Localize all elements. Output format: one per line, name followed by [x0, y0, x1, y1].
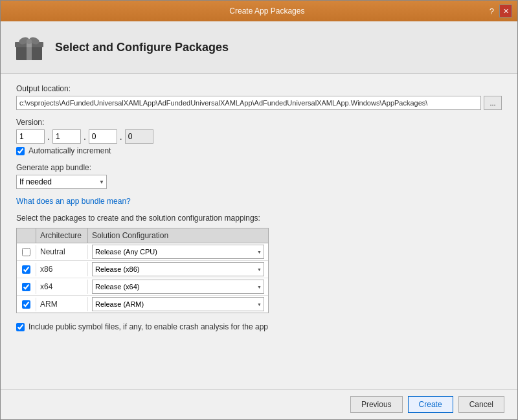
path-row: ...	[16, 96, 502, 110]
checkbox-arm[interactable]	[22, 300, 30, 309]
version-field-4[interactable]	[125, 129, 153, 144]
title-bar-controls: ? ✕	[490, 5, 512, 17]
version-label: Version:	[16, 118, 502, 127]
config-select-wrapper-arm: Release (ARM) Debug (ARM)	[92, 297, 264, 311]
header-title: Select and Configure Packages	[55, 41, 229, 54]
version-field-3[interactable]	[89, 129, 117, 144]
th-solution-config: Solution Configuration	[88, 228, 268, 243]
td-config-neutral: Release (Any CPU) Debug (Any CPU)	[88, 243, 268, 260]
footer: Previous Create Cancel	[1, 389, 517, 419]
config-select-wrapper-x64: Release (x64) Debug (x64)	[92, 280, 264, 294]
symbol-files-checkbox[interactable]	[16, 323, 25, 331]
auto-increment-label: Automatically increment	[28, 146, 111, 155]
version-group: Version: . . . Automatically increment	[16, 118, 502, 155]
header-section: Select and Configure Packages	[1, 21, 517, 74]
content-area: Output location: ... Version: . . . Auto…	[1, 74, 517, 389]
title-bar: Create App Packages ? ✕	[1, 1, 517, 21]
config-select-arm[interactable]: Release (ARM) Debug (ARM)	[92, 297, 264, 311]
generate-bundle-select-wrapper: If needed Always Never	[16, 175, 107, 189]
help-button[interactable]: ?	[490, 5, 494, 17]
dialog-title: Create App Packages	[45, 6, 490, 16]
bundle-link-group: What does an app bundle mean?	[16, 197, 502, 206]
td-arch-x86: x86	[36, 262, 88, 276]
browse-button[interactable]: ...	[484, 96, 502, 110]
config-select-x64[interactable]: Release (x64) Debug (x64)	[92, 280, 264, 294]
table-row: x86 Release (x86) Debug (x86)	[17, 261, 268, 278]
td-arch-x64: x64	[36, 280, 88, 294]
symbol-files-label: Include public symbol files, if any, to …	[28, 322, 268, 331]
td-check-neutral	[17, 245, 36, 259]
packages-table: Architecture Solution Configuration Neut…	[16, 228, 269, 313]
config-select-wrapper-x86: Release (x86) Debug (x86)	[92, 262, 264, 276]
td-arch-neutral: Neutral	[36, 245, 88, 259]
output-location-input[interactable]	[16, 96, 481, 110]
td-check-x86	[17, 263, 36, 276]
previous-button[interactable]: Previous	[350, 396, 403, 413]
config-select-wrapper-neutral: Release (Any CPU) Debug (Any CPU)	[92, 245, 264, 259]
dialog: Create App Packages ? ✕	[0, 0, 518, 420]
output-location-label: Output location:	[16, 84, 502, 93]
td-config-x86: Release (x86) Debug (x86)	[88, 261, 268, 278]
auto-increment-checkbox[interactable]	[16, 147, 25, 155]
version-row: . . .	[16, 129, 502, 144]
table-row: Neutral Release (Any CPU) Debug (Any CPU…	[17, 243, 268, 261]
table-row: x64 Release (x64) Debug (x64)	[17, 278, 268, 296]
version-field-2[interactable]	[52, 129, 81, 144]
generate-bundle-select[interactable]: If needed Always Never	[16, 175, 107, 189]
symbol-files-row: Include public symbol files, if any, to …	[16, 322, 502, 331]
table-header: Architecture Solution Configuration	[17, 228, 268, 243]
th-architecture: Architecture	[36, 228, 88, 243]
gift-icon	[14, 32, 45, 63]
packages-group: Select the packages to create and the so…	[16, 214, 502, 313]
checkbox-x86[interactable]	[22, 265, 30, 274]
version-dot-2: .	[84, 131, 86, 142]
config-select-x86[interactable]: Release (x86) Debug (x86)	[92, 262, 264, 276]
table-row: ARM Release (ARM) Debug (ARM)	[17, 296, 268, 313]
td-config-arm: Release (ARM) Debug (ARM)	[88, 296, 268, 313]
auto-increment-row: Automatically increment	[16, 146, 502, 155]
td-check-x64	[17, 280, 36, 294]
svg-point-7	[27, 39, 32, 44]
checkbox-neutral[interactable]	[22, 248, 30, 256]
version-dot-3: .	[120, 131, 122, 142]
generate-bundle-group: Generate app bundle: If needed Always Ne…	[16, 163, 502, 189]
td-arch-arm: ARM	[36, 297, 88, 311]
version-field-1[interactable]	[16, 129, 45, 144]
cancel-button[interactable]: Cancel	[458, 396, 504, 413]
output-location-group: Output location: ...	[16, 84, 502, 110]
generate-bundle-label: Generate app bundle:	[16, 163, 502, 172]
close-button[interactable]: ✕	[499, 5, 512, 17]
version-dot-1: .	[47, 131, 50, 142]
bundle-help-link[interactable]: What does an app bundle mean?	[16, 197, 131, 206]
th-check	[17, 228, 36, 243]
td-check-arm	[17, 298, 36, 311]
config-select-neutral[interactable]: Release (Any CPU) Debug (Any CPU)	[92, 245, 264, 259]
packages-label: Select the packages to create and the so…	[16, 214, 502, 223]
td-config-x64: Release (x64) Debug (x64)	[88, 278, 268, 295]
checkbox-x64[interactable]	[22, 283, 30, 291]
create-button[interactable]: Create	[408, 396, 453, 413]
